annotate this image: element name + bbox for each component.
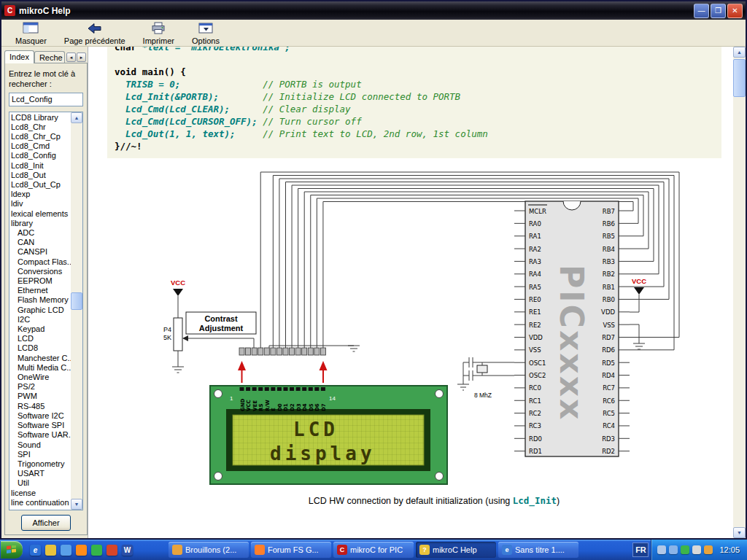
tab-scroll-right-icon[interactable]: ►	[77, 52, 86, 62]
close-icon[interactable]: ✕	[727, 4, 743, 18]
index-list-item[interactable]: Manchester C...	[11, 354, 71, 363]
index-list-item[interactable]: Lcd8_Chr_Cp	[11, 132, 71, 141]
volume-icon[interactable]	[669, 545, 678, 554]
antivirus-icon[interactable]	[681, 545, 689, 554]
code-line: }//~!	[115, 140, 714, 152]
index-list-item[interactable]: I2C	[11, 315, 71, 324]
index-list-item[interactable]: Graphic LCD	[11, 306, 71, 315]
minimize-icon[interactable]: —	[694, 4, 709, 18]
tab-rechercher[interactable]: Reche	[34, 51, 65, 63]
lcd-pin-label: D6	[314, 403, 320, 411]
index-list-item[interactable]: RS-485	[11, 402, 71, 411]
index-list-item[interactable]: Multi Media C...	[11, 363, 71, 373]
hide-panel-button[interactable]: Masquer	[9, 21, 53, 45]
scroll-up-icon[interactable]: ▲	[733, 47, 746, 58]
tab-scroll-left-icon[interactable]: ◄	[66, 52, 76, 62]
index-list-item[interactable]: PS/2	[11, 382, 71, 392]
internet-explorer-icon[interactable]: e	[30, 545, 41, 556]
index-list-item[interactable]: SPI	[11, 450, 71, 459]
mail-icon[interactable]	[45, 545, 56, 556]
index-list-item[interactable]: ldiv	[11, 199, 71, 209]
taskbar-tasks: Brouillons (2...Forum FS G...CmikroC for…	[169, 542, 630, 558]
index-list-item[interactable]: lexical elements	[11, 209, 71, 219]
code-line: TRISB = 0; // PORTB is output	[115, 78, 714, 90]
taskbar-task[interactable]: Brouillons (2...	[169, 542, 249, 558]
maximize-icon[interactable]: ❐	[711, 4, 726, 18]
afficher-button[interactable]: Afficher	[21, 515, 71, 531]
show-desktop-icon[interactable]	[61, 545, 71, 556]
firefox-icon[interactable]	[76, 545, 87, 556]
header-pin	[314, 348, 320, 355]
graphics-icon[interactable]	[657, 545, 666, 554]
index-list-item[interactable]: Software UAR...	[11, 430, 71, 440]
search-label: Entrez le mot clé à rechercher :	[9, 69, 83, 90]
taskbar-clock[interactable]: 12:05	[719, 545, 740, 554]
code-line: void main() {	[115, 66, 714, 78]
pic-pin-left: OSC2	[529, 372, 546, 379]
index-list-item[interactable]: CANSPI	[11, 247, 71, 257]
index-list-item[interactable]: Compact Flas...	[11, 257, 71, 267]
index-list-scrollbar[interactable]: ▲ ▼	[71, 112, 82, 510]
index-list-item[interactable]: ADC	[11, 228, 71, 238]
options-button[interactable]: Options	[185, 21, 226, 45]
scrollbar-thumb[interactable]	[733, 59, 746, 97]
index-list-item[interactable]: CAN	[11, 238, 71, 247]
index-list-item[interactable]: Software SPI	[11, 421, 71, 430]
taskbar-task[interactable]: CmikroC for PIC	[333, 542, 414, 558]
index-list-item[interactable]: USART	[11, 469, 71, 478]
updates-icon[interactable]	[704, 545, 713, 554]
media-player-icon[interactable]	[107, 545, 117, 556]
tab-index[interactable]: Index	[4, 50, 34, 63]
previous-page-button[interactable]: Page précédente	[58, 21, 132, 45]
pic-pin-right: RC5	[603, 410, 615, 417]
index-list-item[interactable]: OneWire	[11, 373, 71, 382]
network-icon[interactable]	[692, 545, 701, 554]
lcd-pin-label: E	[271, 408, 276, 411]
index-list-item[interactable]: Sound	[11, 440, 71, 450]
keyword-input[interactable]	[9, 93, 83, 106]
index-list-item[interactable]: Lcd8_Out_Cp	[11, 180, 71, 190]
scroll-up-icon[interactable]: ▲	[71, 112, 82, 123]
lcd-pin-number-1: 1	[230, 395, 233, 402]
index-list-item[interactable]: Ethernet	[11, 286, 71, 295]
index-list-item[interactable]: license	[11, 489, 71, 498]
index-list-item[interactable]: Lcd8_Config	[11, 151, 71, 160]
language-indicator[interactable]: FR	[632, 542, 649, 557]
pic-pin-left: RA3	[529, 258, 541, 265]
messenger-icon[interactable]	[91, 545, 102, 556]
index-list-item[interactable]: ldexp	[11, 190, 71, 199]
index-list-item[interactable]: Lcd8_Cmd	[11, 141, 71, 151]
index-list-item[interactable]: Software I2C	[11, 411, 71, 421]
index-list-item[interactable]: EEPROM	[11, 276, 71, 286]
titlebar: C mikroC Help — ❐ ✕	[1, 1, 746, 20]
index-list-item[interactable]: library	[11, 219, 71, 228]
schematic-diagram: PICxxxx MCLRRA0RA1RA2RA3RA4RA5RE0RE1RE2V…	[120, 168, 733, 491]
index-list-item[interactable]: Conversions	[11, 267, 71, 276]
index-list-item[interactable]: line continuation	[11, 498, 71, 508]
content-scrollbar[interactable]: ▲ ▼	[733, 47, 746, 538]
taskbar-task[interactable]: Forum FS G...	[251, 542, 331, 558]
taskbar-task[interactable]: eSans titre 1....	[498, 542, 578, 558]
start-button[interactable]	[1, 541, 23, 559]
index-list-item[interactable]: Lcd8_Chr	[11, 122, 71, 132]
pic-pin-right: VSS	[603, 322, 615, 329]
index-list-item[interactable]: Trigonometry	[11, 459, 71, 469]
code-line: Lcd_Out(1, 1, text); // Print text to LC…	[115, 128, 714, 140]
index-list-item[interactable]: PWM	[11, 392, 71, 401]
pic-pin-left: RA2	[529, 246, 541, 253]
scrollbar-thumb[interactable]	[71, 292, 82, 310]
scroll-down-icon[interactable]: ▼	[733, 527, 746, 538]
index-list-item[interactable]: Flash Memory	[11, 295, 71, 305]
word-icon[interactable]: W	[122, 545, 133, 556]
index-list-item[interactable]: Keypad	[11, 324, 71, 334]
index-list-item[interactable]: LCD8	[11, 343, 71, 353]
index-list-item[interactable]: Lcd8_Out	[11, 171, 71, 180]
index-list-item[interactable]: Lcd8_Init	[11, 161, 71, 171]
pic-pin-left: VDD	[529, 334, 543, 341]
scroll-down-icon[interactable]: ▼	[71, 499, 82, 510]
index-list-item[interactable]: Util	[11, 478, 71, 488]
index-list-item[interactable]: LCD	[11, 334, 71, 343]
index-list-item[interactable]: LCD8 Library	[11, 113, 71, 122]
taskbar-task[interactable]: ?mikroC Help	[416, 542, 496, 558]
print-button[interactable]: Imprimer	[136, 21, 181, 45]
